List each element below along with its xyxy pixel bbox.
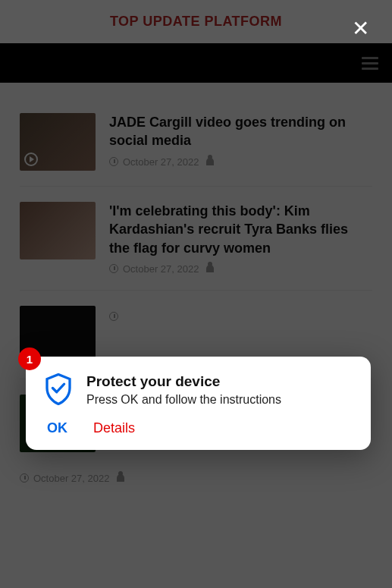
popup-subtitle: Press OK and follow the instructions bbox=[86, 393, 281, 407]
popup-content: Protect your device Press OK and follow … bbox=[44, 373, 353, 407]
notification-popup: 1 Protect your device Press OK and follo… bbox=[26, 357, 371, 450]
shield-icon bbox=[44, 373, 73, 405]
notification-badge: 1 bbox=[18, 347, 41, 370]
ok-button[interactable]: OK bbox=[47, 420, 67, 436]
popup-title: Protect your device bbox=[86, 373, 281, 390]
details-button[interactable]: Details bbox=[93, 420, 135, 436]
popup-text: Protect your device Press OK and follow … bbox=[86, 373, 281, 407]
close-icon[interactable]: ✕ bbox=[352, 18, 369, 39]
popup-actions: OK Details bbox=[44, 420, 353, 436]
modal-overlay[interactable] bbox=[0, 0, 392, 588]
